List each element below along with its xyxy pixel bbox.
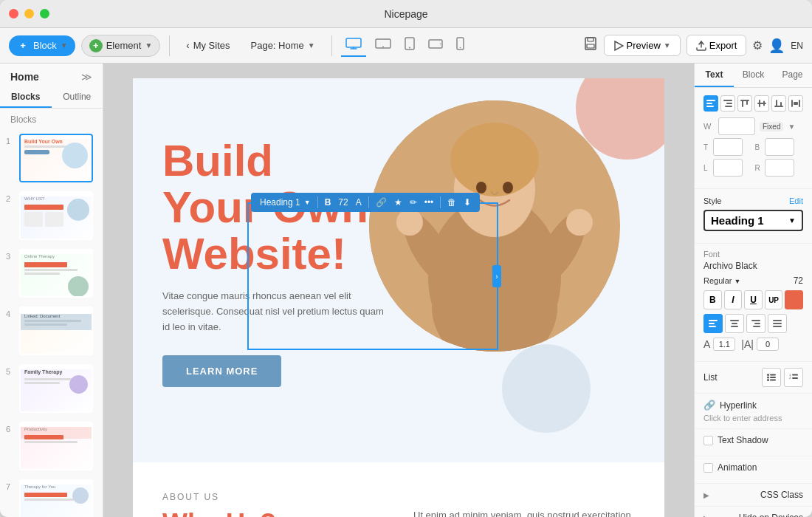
- align-center-button[interactable]: [754, 95, 769, 112]
- uppercase-format-button[interactable]: UP: [765, 290, 783, 309]
- down-button[interactable]: ⬇: [461, 196, 474, 209]
- tablet-landscape-icon[interactable]: [371, 35, 396, 57]
- close-button[interactable]: [9, 9, 18, 18]
- element-button[interactable]: + Element ▼: [81, 35, 161, 57]
- tab-blocks[interactable]: Blocks: [0, 87, 52, 108]
- list-label: List: [703, 372, 718, 383]
- desktop-icon[interactable]: [341, 35, 366, 57]
- margins-group: T -613 B 0 L 0 R 645: [703, 138, 803, 177]
- about-section: ABOUT US Why Us? Ut enim ad minim veniam…: [133, 462, 664, 517]
- heading-type-selector[interactable]: Heading 1 ▼: [257, 196, 314, 209]
- about-right: Ut enim ad minim veniam, quis nostrud ex…: [413, 492, 635, 517]
- text-spacing-input[interactable]: [757, 338, 779, 351]
- svg-rect-45: [730, 320, 739, 321]
- tab-block[interactable]: Block: [734, 64, 773, 87]
- back-button[interactable]: ‹ My Sites: [179, 36, 237, 55]
- settings-icon[interactable]: ⚙: [752, 38, 763, 52]
- bold-format-button[interactable]: B: [703, 290, 722, 309]
- sidebar-title: Home: [10, 71, 39, 83]
- text-align-right-button[interactable]: [746, 314, 765, 333]
- preview-button[interactable]: Preview ▼: [604, 35, 681, 56]
- collapse-button[interactable]: ≫: [81, 71, 92, 83]
- minimize-button[interactable]: [24, 9, 34, 18]
- text-align-justify-button[interactable]: [768, 314, 787, 333]
- edit-button[interactable]: ✏: [407, 196, 420, 209]
- page-thumbnail-2[interactable]: WHY US?: [19, 191, 93, 240]
- svg-point-4: [409, 47, 410, 48]
- svg-rect-35: [763, 101, 765, 106]
- heading-style-value: Heading 1: [711, 214, 764, 227]
- animation-checkbox[interactable]: [703, 463, 713, 473]
- mobile-landscape-icon[interactable]: [424, 35, 447, 56]
- link-button[interactable]: 🔗: [373, 196, 390, 209]
- page-thumbnail-5[interactable]: Family Therapy: [19, 364, 93, 413]
- align-top-button[interactable]: [737, 95, 752, 112]
- svg-point-16: [450, 123, 539, 196]
- font-color-button[interactable]: A: [353, 196, 365, 209]
- star-button[interactable]: ★: [391, 196, 405, 209]
- margin-bottom-input[interactable]: 0: [765, 138, 794, 156]
- user-icon[interactable]: 👤: [768, 38, 785, 54]
- css-class-row[interactable]: ▶ CSS Class: [703, 490, 803, 500]
- italic-format-button[interactable]: I: [724, 290, 743, 309]
- svg-rect-61: [792, 374, 798, 376]
- text-color-button[interactable]: [785, 290, 803, 309]
- svg-rect-37: [776, 100, 777, 107]
- text-spacing-icon: |A|: [741, 338, 754, 350]
- tab-outline[interactable]: Outline: [52, 87, 103, 108]
- text-align-center-button[interactable]: [725, 314, 744, 333]
- page-thumbnail-7[interactable]: Therapy for You: [19, 479, 93, 517]
- heading-style-selector[interactable]: Heading 1 ▼: [703, 210, 803, 231]
- margin-left-input[interactable]: 0: [713, 159, 743, 177]
- svg-marker-12: [615, 41, 623, 50]
- edit-link[interactable]: Edit: [789, 196, 803, 205]
- save-button[interactable]: [583, 36, 598, 55]
- maximize-button[interactable]: [40, 9, 49, 18]
- margin-top-input[interactable]: -613: [713, 138, 743, 156]
- tab-text[interactable]: Text: [695, 64, 734, 87]
- more-button[interactable]: •••: [422, 196, 437, 209]
- font-style-selector[interactable]: Regular ▼: [703, 276, 741, 285]
- lang-selector[interactable]: EN: [791, 41, 803, 51]
- ordered-list-button[interactable]: 1.2.: [784, 368, 803, 387]
- delete-button[interactable]: 🗑: [444, 196, 459, 209]
- svg-point-6: [439, 43, 441, 44]
- tablet-portrait-icon[interactable]: [400, 34, 419, 58]
- page-thumbnail-4[interactable]: Linked: Document: [19, 307, 93, 355]
- text-align-left-button[interactable]: [703, 314, 723, 333]
- font-size-control[interactable]: 72: [335, 196, 351, 209]
- width-input[interactable]: 495: [718, 117, 755, 135]
- fixed-dropdown-icon[interactable]: ▼: [788, 123, 795, 131]
- unordered-list-button[interactable]: [762, 368, 781, 387]
- page-thumbnail-3[interactable]: Online Therapy: [19, 249, 93, 298]
- align-right-button[interactable]: [720, 95, 735, 112]
- align-bottom-button[interactable]: [771, 95, 786, 112]
- page-thumbnail-6[interactable]: Productivity: [19, 422, 93, 470]
- block-button[interactable]: + Block ▼: [9, 35, 75, 56]
- letter-spacing-item: A: [703, 338, 735, 351]
- svg-point-8: [459, 47, 461, 48]
- page-thumbnail-1[interactable]: Build Your Own: [19, 134, 93, 182]
- align-left-button[interactable]: [703, 95, 718, 112]
- export-button[interactable]: Export: [687, 35, 747, 56]
- page-home-button[interactable]: Page: Home ▼: [244, 36, 323, 55]
- learn-more-button[interactable]: LEARN MORE: [162, 355, 281, 387]
- tab-page[interactable]: Page: [773, 64, 812, 87]
- page-number: 1: [6, 137, 15, 145]
- hide-on-devices-label: Hide on Devices: [739, 513, 803, 517]
- underline-format-button[interactable]: U: [744, 290, 763, 309]
- letter-spacing-input[interactable]: [713, 338, 735, 351]
- mobile-icon[interactable]: [452, 34, 469, 58]
- svg-rect-32: [746, 100, 748, 105]
- window-title: Nicepage: [384, 8, 427, 20]
- margin-right-input[interactable]: 645: [765, 159, 794, 177]
- bold-button[interactable]: B: [322, 196, 334, 209]
- svg-rect-24: [706, 100, 715, 101]
- hide-on-devices-row[interactable]: ▶ Hide on Devices: [703, 513, 803, 517]
- hyperlink-address-input[interactable]: Click to enter address: [703, 414, 803, 422]
- distribute-button[interactable]: [788, 95, 803, 112]
- text-shadow-checkbox[interactable]: [703, 436, 713, 445]
- alignment-section: W 495 Fixed ▼ T -613 B 0: [695, 88, 812, 189]
- spacing-row: A |A|: [703, 338, 803, 351]
- resize-handle[interactable]: ›: [492, 265, 501, 287]
